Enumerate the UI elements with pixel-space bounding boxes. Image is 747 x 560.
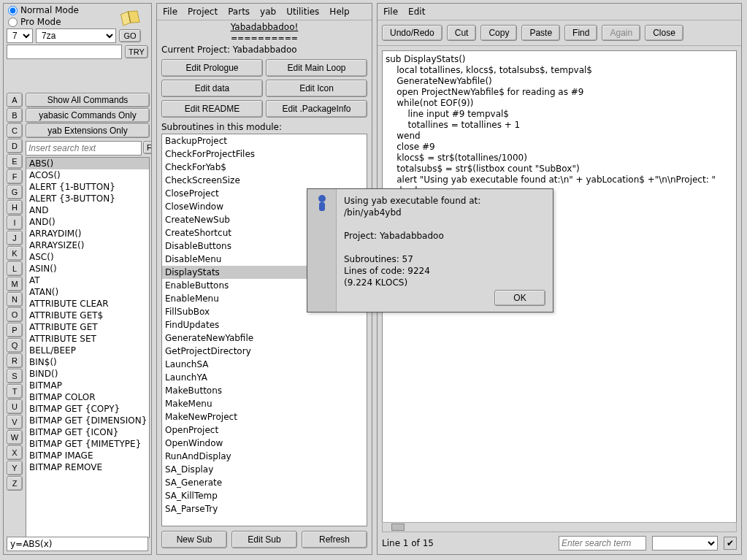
dialog-drag-tab[interactable] bbox=[307, 189, 337, 312]
command-item[interactable]: ARRAYSIZE() bbox=[26, 239, 149, 251]
edit-sub-button[interactable]: Edit Sub bbox=[231, 531, 297, 548]
command-item[interactable]: ATTRIBUTE SET bbox=[26, 333, 149, 345]
alpha-button-f[interactable]: F bbox=[7, 169, 23, 184]
command-item[interactable]: ASIN() bbox=[26, 263, 149, 275]
command-item[interactable]: ATTRIBUTE CLEAR bbox=[26, 298, 149, 310]
sub-item[interactable]: LaunchSA bbox=[162, 358, 367, 371]
command-item[interactable]: ATTRIBUTE GET$ bbox=[26, 310, 149, 321]
alpha-button-o[interactable]: O bbox=[7, 307, 23, 322]
alpha-button-q[interactable]: Q bbox=[7, 338, 23, 353]
command-item[interactable]: BITMAP IMAGE bbox=[26, 450, 149, 461]
sub-item[interactable]: OpenWindow bbox=[162, 437, 367, 450]
sub-item[interactable]: SA_KillTemp bbox=[162, 489, 367, 502]
edit-packageinfo-button[interactable]: Edit .PackageInfo bbox=[266, 100, 367, 118]
alpha-button-p[interactable]: P bbox=[7, 323, 23, 337]
alpha-button-s[interactable]: S bbox=[7, 369, 23, 383]
yab-ext-only-button[interactable]: yab Extensions Only bbox=[26, 123, 150, 138]
command-item[interactable]: ACOS() bbox=[26, 169, 149, 181]
sub-item[interactable]: GetProjectDirectory bbox=[162, 345, 367, 358]
go-button[interactable]: GO bbox=[119, 29, 141, 42]
again-button[interactable]: Again bbox=[602, 25, 640, 41]
command-item[interactable]: ATTRIBUTE GET bbox=[26, 321, 149, 333]
close-button[interactable]: Close bbox=[645, 25, 683, 41]
sub-item[interactable]: SA_Display bbox=[162, 463, 367, 476]
command-item[interactable]: BIN$() bbox=[26, 356, 149, 368]
command-item[interactable]: ARRAYDIM() bbox=[26, 228, 149, 239]
alpha-button-g[interactable]: G bbox=[7, 185, 23, 199]
mode-pro-radio[interactable] bbox=[8, 18, 18, 27]
alpha-button-k[interactable]: K bbox=[7, 246, 23, 261]
show-all-commands-button[interactable]: Show All Commands bbox=[26, 93, 150, 107]
refresh-button[interactable]: Refresh bbox=[302, 531, 367, 548]
edit-icon-button[interactable]: Edit Icon bbox=[266, 80, 367, 97]
edit-prologue-button[interactable]: Edit Prologue bbox=[161, 59, 263, 77]
alpha-button-x[interactable]: X bbox=[7, 445, 23, 460]
alpha-button-d[interactable]: D bbox=[7, 139, 23, 153]
alpha-button-h[interactable]: H bbox=[7, 200, 23, 215]
edit-readme-button[interactable]: Edit README bbox=[161, 100, 263, 118]
sub-item[interactable]: LaunchYA bbox=[162, 371, 367, 384]
num-select[interactable]: 7 bbox=[7, 28, 33, 43]
alpha-button-t[interactable]: T bbox=[7, 384, 23, 399]
editor-search-input[interactable] bbox=[559, 536, 646, 551]
command-list[interactable]: ABS()ACOS()ALERT {1-BUTTON}ALERT {3-BUTT… bbox=[26, 157, 150, 538]
find-button[interactable]: Find bbox=[143, 141, 152, 154]
command-item[interactable]: BITMAP GET {MIMETYPE} bbox=[26, 438, 149, 450]
new-sub-button[interactable]: New Sub bbox=[161, 531, 227, 548]
sub-item[interactable]: BackupProject bbox=[162, 134, 367, 147]
archiver-select[interactable]: 7za bbox=[36, 28, 116, 43]
try-button[interactable]: TRY bbox=[125, 45, 148, 58]
command-item[interactable]: BITMAP REMOVE bbox=[26, 461, 149, 473]
menu-utilities[interactable]: Utilities bbox=[286, 7, 319, 17]
command-item[interactable]: ALERT {3-BUTTON} bbox=[26, 193, 149, 204]
alpha-button-i[interactable]: I bbox=[7, 215, 23, 230]
command-item[interactable]: ASC() bbox=[26, 251, 149, 263]
command-item[interactable]: BITMAP COLOR bbox=[26, 391, 149, 403]
menu-parts[interactable]: Parts bbox=[228, 7, 250, 17]
command-item[interactable]: BITMAP GET {COPY} bbox=[26, 403, 149, 415]
alpha-button-u[interactable]: U bbox=[7, 399, 23, 414]
alpha-button-c[interactable]: C bbox=[7, 123, 23, 138]
sub-item[interactable]: CheckScreenSize bbox=[162, 174, 367, 187]
sub-item[interactable]: GenerateNewYabfile bbox=[162, 331, 367, 345]
alpha-button-z[interactable]: Z bbox=[7, 476, 23, 491]
sub-item[interactable]: OpenProject bbox=[162, 423, 367, 437]
sub-item[interactable]: MakeNewProject bbox=[162, 410, 367, 423]
command-item[interactable]: BITMAP GET {DIMENSION} bbox=[26, 415, 149, 426]
command-item[interactable]: AND bbox=[26, 204, 149, 216]
try-input[interactable] bbox=[7, 45, 122, 59]
alpha-button-r[interactable]: R bbox=[7, 353, 23, 368]
alpha-button-m[interactable]: M bbox=[7, 277, 23, 291]
search-input[interactable] bbox=[26, 141, 142, 156]
menu-yab[interactable]: yab bbox=[260, 7, 276, 17]
paste-button[interactable]: Paste bbox=[521, 25, 560, 41]
find-toolbar-button[interactable]: Find bbox=[564, 25, 597, 41]
sub-item[interactable]: FindUpdates bbox=[162, 318, 367, 331]
editor-search-select[interactable] bbox=[652, 536, 718, 551]
sub-item[interactable]: SA_ParseTry bbox=[162, 502, 367, 515]
sub-item[interactable]: SA_Generate bbox=[162, 476, 367, 489]
sub-item[interactable]: CheckForProjectFiles bbox=[162, 147, 367, 161]
alpha-button-a[interactable]: A bbox=[7, 93, 23, 107]
edit-data-button[interactable]: Edit data bbox=[161, 80, 263, 97]
alpha-button-y[interactable]: Y bbox=[7, 461, 23, 475]
command-item[interactable]: AND() bbox=[26, 216, 149, 228]
search-option-checkbox[interactable]: ✔ bbox=[724, 537, 737, 550]
horizontal-scrollbar[interactable] bbox=[382, 522, 737, 532]
alpha-button-b[interactable]: B bbox=[7, 108, 23, 123]
command-item[interactable]: BELL/BEEP bbox=[26, 345, 149, 356]
menu-edit[interactable]: Edit bbox=[408, 7, 425, 17]
yabasic-only-button[interactable]: yabasic Commands Only bbox=[26, 108, 150, 123]
sub-item[interactable]: CheckForYab$ bbox=[162, 161, 367, 174]
sub-item[interactable]: RunAndDisplay bbox=[162, 450, 367, 463]
mode-normal-radio[interactable] bbox=[8, 6, 18, 15]
alpha-button-e[interactable]: E bbox=[7, 154, 23, 169]
command-item[interactable]: ATAN() bbox=[26, 286, 149, 298]
alpha-button-j[interactable]: J bbox=[7, 231, 23, 245]
alpha-button-w[interactable]: W bbox=[7, 430, 23, 445]
menu-project[interactable]: Project bbox=[188, 7, 218, 17]
edit-main-loop-button[interactable]: Edit Main Loop bbox=[266, 59, 367, 77]
command-item[interactable]: BITMAP GET {ICON} bbox=[26, 426, 149, 438]
undo-redo-button[interactable]: Undo/Redo bbox=[382, 25, 443, 41]
menu-help[interactable]: Help bbox=[329, 7, 349, 17]
